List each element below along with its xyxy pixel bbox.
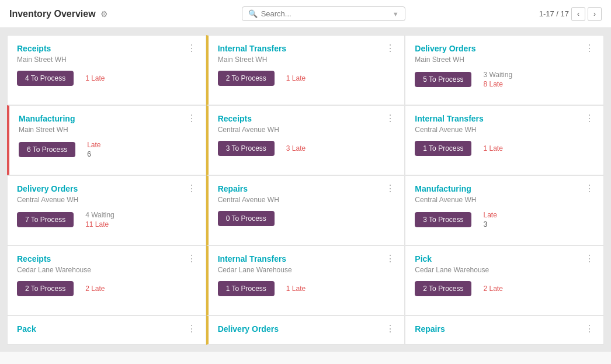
card-menu-icon[interactable]: ⋮ — [187, 184, 196, 193]
card-header: Internal Transfers ⋮ — [415, 114, 594, 123]
card-menu-icon[interactable]: ⋮ — [585, 44, 594, 53]
card-pick-cedar: Pick ⋮ Cedar Lane Warehouse 2 To Process… — [405, 245, 604, 316]
card-subtitle: Cedar Lane Warehouse — [17, 266, 196, 274]
stat-item[interactable]: Late — [87, 141, 100, 149]
gear-icon[interactable]: ⚙ — [100, 9, 108, 19]
card-repairs-bottom: Repairs ⋮ — [405, 316, 604, 345]
card-menu-icon[interactable]: ⋮ — [386, 44, 395, 53]
stat-item[interactable]: Late — [483, 211, 497, 219]
card-title[interactable]: Internal Transfers — [415, 114, 484, 123]
card-menu-icon[interactable]: ⋮ — [386, 114, 395, 123]
card-stats: 1 Late — [483, 144, 502, 152]
card-menu-icon[interactable]: ⋮ — [187, 254, 196, 264]
card-header: Pack ⋮ — [17, 324, 196, 334]
stat-item: 4 Waiting — [85, 211, 114, 219]
stat-item[interactable]: 1 Late — [483, 144, 502, 152]
pagination-next-button[interactable]: › — [588, 7, 602, 21]
card-body: 2 To Process 2 Late — [17, 281, 196, 296]
stat-item[interactable]: 8 Late — [483, 80, 512, 88]
card-title[interactable]: Repairs — [218, 184, 248, 193]
top-bar: Inventory Overview ⚙ 🔍 ▼ 1-17 / 17 ‹ › — [0, 0, 611, 28]
card-header: Internal Transfers ⋮ — [218, 44, 395, 53]
card-stats: 1 Late — [286, 74, 306, 82]
card-title[interactable]: Internal Transfers — [218, 44, 287, 53]
search-input[interactable] — [261, 9, 393, 18]
process-button[interactable]: 2 To Process — [415, 281, 471, 296]
card-body: 6 To Process Late6 — [19, 141, 196, 158]
card-subtitle: Central Avenue WH — [17, 196, 196, 204]
card-title[interactable]: Receipts — [17, 44, 51, 53]
stat-item: 6 — [87, 150, 100, 158]
stat-item[interactable]: 2 Late — [85, 285, 105, 293]
process-button[interactable]: 7 To Process — [17, 212, 74, 227]
process-button[interactable]: 3 To Process — [218, 141, 275, 156]
card-receipts-cedar: Receipts ⋮ Cedar Lane Warehouse 2 To Pro… — [7, 245, 206, 316]
card-subtitle: Central Avenue WH — [415, 196, 594, 204]
search-dropdown-icon[interactable]: ▼ — [393, 11, 399, 18]
card-subtitle: Main Street WH — [17, 56, 196, 64]
card-stats: 4 Waiting11 Late — [85, 211, 114, 228]
card-title[interactable]: Manufacturing — [19, 114, 75, 123]
card-stats: Late6 — [87, 141, 100, 158]
card-title[interactable]: Receipts — [218, 114, 252, 123]
process-button[interactable]: 0 To Process — [218, 211, 275, 226]
card-title[interactable]: Manufacturing — [415, 184, 471, 193]
card-title[interactable]: Repairs — [415, 324, 445, 334]
stat-item: 3 — [483, 220, 497, 228]
process-button[interactable]: 1 To Process — [415, 141, 471, 156]
card-menu-icon[interactable]: ⋮ — [585, 324, 594, 334]
card-menu-icon[interactable]: ⋮ — [386, 184, 395, 193]
stat-item[interactable]: 1 Late — [85, 74, 105, 82]
card-internal-transfers-central: Internal Transfers ⋮ Central Avenue WH 1… — [405, 105, 604, 175]
card-title[interactable]: Receipts — [17, 254, 51, 264]
stat-item[interactable]: 11 Late — [85, 220, 114, 228]
process-button[interactable]: 1 To Process — [218, 281, 275, 296]
process-button[interactable]: 2 To Process — [218, 71, 275, 86]
card-title[interactable]: Delivery Orders — [17, 184, 78, 193]
card-title[interactable]: Delivery Orders — [415, 44, 475, 53]
card-body: 0 To Process — [218, 211, 395, 226]
process-button[interactable]: 2 To Process — [17, 281, 74, 296]
stat-item[interactable]: 2 Late — [483, 285, 502, 293]
process-button[interactable]: 4 To Process — [17, 71, 74, 86]
card-delivery-orders-bottom: Delivery Orders ⋮ — [206, 316, 405, 345]
pagination-prev-button[interactable]: ‹ — [571, 7, 585, 21]
card-title[interactable]: Delivery Orders — [218, 324, 279, 334]
card-subtitle: Central Avenue WH — [218, 196, 395, 204]
card-title[interactable]: Internal Transfers — [218, 254, 287, 264]
search-bar: 🔍 ▼ — [242, 6, 405, 21]
card-menu-icon[interactable]: ⋮ — [585, 254, 594, 264]
card-subtitle: Central Avenue WH — [218, 126, 395, 134]
card-menu-icon[interactable]: ⋮ — [386, 324, 395, 334]
card-manufacturing-central: Manufacturing ⋮ Central Avenue WH 3 To P… — [405, 175, 604, 245]
card-menu-icon[interactable]: ⋮ — [187, 324, 196, 334]
card-header: Delivery Orders ⋮ — [218, 324, 395, 334]
card-menu-icon[interactable]: ⋮ — [386, 254, 395, 264]
stat-item[interactable]: 3 Late — [286, 144, 306, 152]
search-icon: 🔍 — [248, 9, 258, 18]
pagination: 1-17 / 17 ‹ › — [539, 7, 602, 21]
card-body: 1 To Process 1 Late — [415, 141, 594, 156]
stat-item: 3 Waiting — [483, 71, 512, 79]
card-menu-icon[interactable]: ⋮ — [187, 114, 196, 123]
card-title[interactable]: Pick — [415, 254, 432, 264]
card-menu-icon[interactable]: ⋮ — [187, 44, 196, 53]
process-button[interactable]: 6 To Process — [19, 142, 75, 157]
card-receipts-central: Receipts ⋮ Central Avenue WH 3 To Proces… — [206, 105, 405, 175]
card-stats: 3 Late — [286, 144, 306, 152]
card-pack-cedar: Pack ⋮ — [7, 316, 206, 345]
pagination-label: 1-17 / 17 — [539, 9, 569, 18]
card-subtitle: Cedar Lane Warehouse — [415, 266, 594, 274]
process-button[interactable]: 5 To Process — [415, 72, 471, 87]
card-header: Delivery Orders ⋮ — [415, 44, 594, 53]
stat-item[interactable]: 1 Late — [286, 74, 306, 82]
process-button[interactable]: 3 To Process — [415, 212, 471, 227]
card-menu-icon[interactable]: ⋮ — [585, 114, 594, 123]
card-menu-icon[interactable]: ⋮ — [585, 184, 594, 193]
card-subtitle: Main Street WH — [19, 126, 196, 134]
card-header: Receipts ⋮ — [218, 114, 395, 123]
card-repairs-central: Repairs ⋮ Central Avenue WH 0 To Process — [206, 175, 405, 245]
inventory-grid: Receipts ⋮ Main Street WH 4 To Process 1… — [0, 28, 611, 352]
stat-item[interactable]: 1 Late — [286, 285, 306, 293]
card-title[interactable]: Pack — [17, 324, 36, 334]
